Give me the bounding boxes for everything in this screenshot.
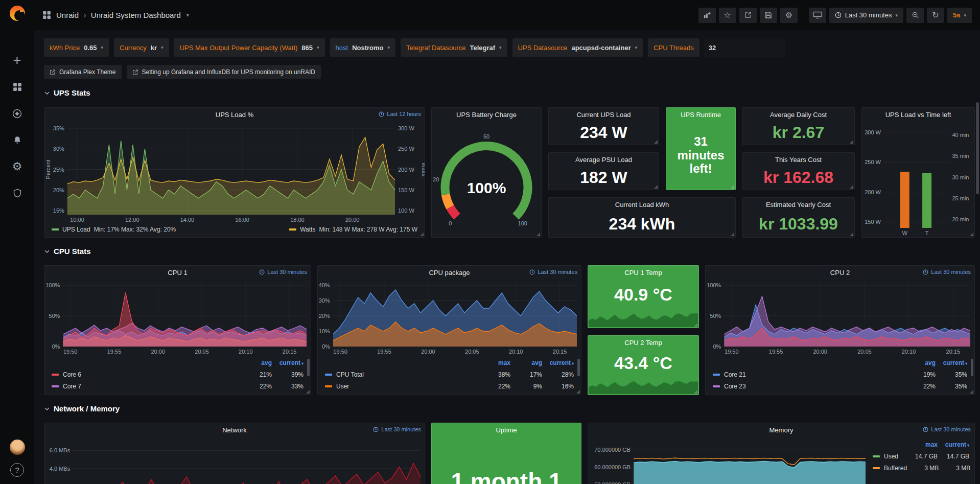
variable-currency[interactable]: Currency kr ▾ <box>114 38 169 57</box>
network-chart[interactable]: 2.0 MBs4.0 MBs6.0 MBs <box>44 436 425 484</box>
legend-item[interactable]: Core 7 <box>52 383 240 390</box>
legend-item[interactable]: UPS LoadMin: 17% Max: 32% Avg: 20% <box>52 226 176 233</box>
panel-title[interactable]: Network <box>222 426 247 434</box>
legend-sort-max[interactable]: max <box>906 441 938 448</box>
panel-title[interactable]: Average Daily Cost <box>770 111 827 119</box>
panel-title[interactable]: UPS Load vs Time left <box>885 111 951 119</box>
legend-item[interactable]: Used <box>873 453 906 460</box>
help-button[interactable]: ? <box>10 463 24 477</box>
create-button[interactable]: + <box>5 48 30 73</box>
dashboard-title[interactable]: Unraid System Dashboard <box>91 11 181 19</box>
variable-kwh-price[interactable]: kWh Price 0.65 ▾ <box>44 38 109 57</box>
panel-time-override[interactable]: Last 12 hours <box>379 111 421 117</box>
legend-sort-current[interactable]: current▾ <box>938 441 969 448</box>
ups-battery-gauge[interactable]: 02050100100% <box>432 121 541 237</box>
panel-title[interactable]: UPS Battery Charge <box>456 111 517 119</box>
cpu-threads-input[interactable]: 32 <box>704 38 785 57</box>
legend-scrollbar[interactable] <box>577 359 580 376</box>
legend-item[interactable]: User <box>325 383 479 390</box>
refresh-interval-picker[interactable]: 5s ▾ <box>947 8 972 23</box>
panel-title[interactable]: CPU 2 <box>830 269 850 276</box>
panel-title[interactable]: This Years Cost <box>775 156 822 164</box>
page-scrollbar[interactable] <box>976 102 979 194</box>
cycle-view-mode-button[interactable] <box>809 8 826 23</box>
zoom-out-time-button[interactable] <box>906 8 924 23</box>
alerting-button[interactable] <box>5 128 30 152</box>
explore-button[interactable] <box>5 101 30 126</box>
legend-scrollbar[interactable] <box>307 359 310 376</box>
section-title: UPS Stats <box>54 88 90 97</box>
cpu-package-chart[interactable]: 0%10%20%30%40%19:5019:5520:0020:0520:102… <box>318 279 581 356</box>
panel-time-override[interactable]: Last 30 minutes <box>373 426 421 432</box>
legend-sort-current[interactable]: current▾ <box>542 359 574 366</box>
panel-title[interactable]: CPU 2 Temp <box>624 339 662 347</box>
legend-sort-avg[interactable]: avg <box>240 359 272 366</box>
breadcrumb: Unraid › Unraid System Dashboard ▾ <box>56 10 189 20</box>
clock-icon <box>373 427 379 432</box>
breadcrumb-app[interactable]: Unraid <box>56 11 79 19</box>
grafana-logo[interactable] <box>8 4 27 22</box>
legend-sort-avg[interactable]: avg <box>904 359 936 366</box>
variable-ups-max-output[interactable]: UPS Max Output Power Capacity (Watt) 865… <box>174 38 325 57</box>
refresh-button[interactable]: ↻ <box>927 8 944 23</box>
dashboard-link-plex-theme[interactable]: Grafana Plex Theme <box>44 65 122 79</box>
legend-scrollbar[interactable] <box>971 359 973 376</box>
variable-ups-datasource[interactable]: UPS Datasource apcupsd-container ▾ <box>512 38 643 57</box>
legend-item[interactable]: Core 23 <box>713 383 904 390</box>
panel-title[interactable]: UPS Runtime <box>681 111 721 119</box>
section-title: CPU Stats <box>54 247 91 256</box>
cpu1-chart[interactable]: 0%50%100%19:5019:5520:0020:0520:1020:15 <box>44 279 311 356</box>
configuration-button[interactable]: ⚙ <box>5 154 30 179</box>
section-network-memory[interactable]: Network / Memory <box>44 404 120 413</box>
time-range-picker[interactable]: Last 30 minutes ▾ <box>829 8 903 23</box>
sidebar: + ⚙ ? <box>0 0 34 484</box>
legend-item[interactable]: Core 6 <box>52 371 240 378</box>
section-ups-stats[interactable]: UPS Stats <box>44 88 90 97</box>
dashboard-links-row: Grafana Plex Theme Setting up Grafana an… <box>44 65 321 79</box>
panel-title[interactable]: Estimated Yearly Cost <box>766 201 831 209</box>
panel-time-override[interactable]: Last 30 minutes <box>923 269 971 275</box>
ups-bar-chart[interactable]: 150 W200 W250 W300 W20 min25 min30 min35… <box>862 121 974 237</box>
star-dashboard-button[interactable]: ☆ <box>719 8 736 23</box>
ups-load-chart[interactable]: 15%20%25%30%35%100 W150 W200 W250 W300 W… <box>44 121 425 224</box>
svg-text:Percent: Percent <box>45 160 51 179</box>
share-dashboard-button[interactable] <box>739 8 757 23</box>
add-panel-button[interactable] <box>698 8 716 23</box>
section-cpu-stats[interactable]: CPU Stats <box>44 247 91 256</box>
svg-text:20:00: 20:00 <box>151 349 166 355</box>
dashboard-link-ups-guide[interactable]: Setting up Grafana and InfluxDB for UPS … <box>127 65 321 79</box>
legend-sort-avg[interactable]: avg <box>510 359 542 366</box>
memory-chart[interactable]: 50.000000 GB60.000000 GB70.000000 GB <box>588 436 870 484</box>
legend-sort-current[interactable]: current▾ <box>936 359 967 366</box>
panel-title[interactable]: Uptime <box>496 426 517 434</box>
svg-text:200 W: 200 W <box>398 167 414 173</box>
panel-title[interactable]: Current UPS Load <box>576 111 631 119</box>
panel-title[interactable]: CPU package <box>429 269 470 276</box>
panel-title[interactable]: CPU 1 Temp <box>624 269 662 276</box>
legend-item[interactable]: Core 21 <box>713 371 904 378</box>
legend-sort-max[interactable]: max <box>479 359 510 366</box>
variable-host[interactable]: host Nostromo ▾ <box>330 38 396 57</box>
legend-sort-current[interactable]: current▾ <box>272 359 304 366</box>
svg-text:20:10: 20:10 <box>239 349 253 355</box>
legend-item[interactable]: Buffered <box>873 465 907 472</box>
panel-time-override[interactable]: Last 30 minutes <box>259 269 307 275</box>
server-admin-button[interactable] <box>5 181 30 205</box>
panel-time-override[interactable]: Last 30 minutes <box>529 269 577 275</box>
user-avatar[interactable] <box>10 440 25 455</box>
save-dashboard-button[interactable] <box>760 8 777 23</box>
panel-time-override[interactable]: Last 30 minutes <box>923 426 971 432</box>
panel-title[interactable]: CPU 1 <box>168 269 187 276</box>
legend-item[interactable]: CPU Total <box>325 371 479 378</box>
panel-title[interactable]: Average PSU Load <box>575 156 632 164</box>
legend-item[interactable]: WattsMin: 148 W Max: 278 W Avg: 175 W <box>289 226 417 233</box>
panel-title[interactable]: Memory <box>769 426 794 434</box>
dashboard-settings-button[interactable]: ⚙ <box>780 8 798 23</box>
panel-title[interactable]: Current Load kWh <box>615 201 669 209</box>
cpu2-chart[interactable]: 0%50%100%19:5019:5520:0020:0520:1020:15 <box>706 279 974 356</box>
panel-title[interactable]: UPS Load % <box>216 111 253 119</box>
dashboards-button[interactable] <box>5 75 30 99</box>
variable-telegraf-datasource[interactable]: Telegraf Datasource Telegraf ▾ <box>401 38 507 57</box>
svg-text:70.000000 GB: 70.000000 GB <box>594 447 631 453</box>
dashboard-picker-caret-icon[interactable]: ▾ <box>186 12 189 18</box>
